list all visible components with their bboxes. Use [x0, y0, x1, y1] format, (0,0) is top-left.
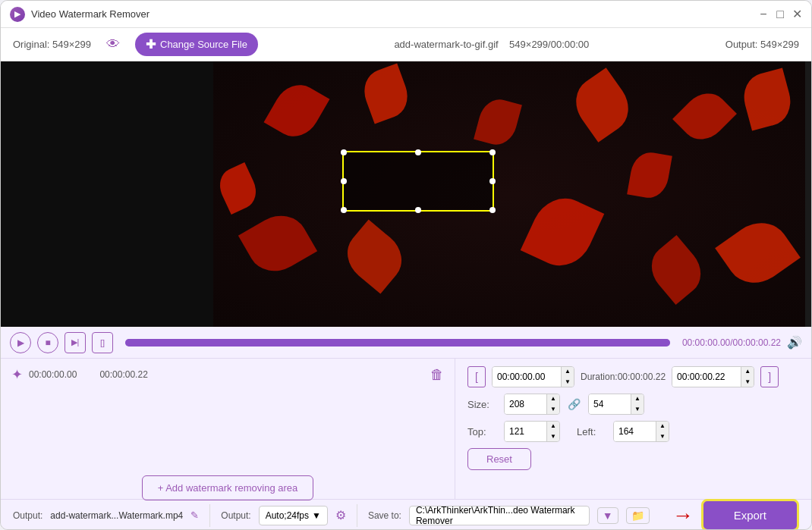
size-w-spinners: ▲ ▼ [546, 394, 559, 415]
dropdown-arrow: ▼ [312, 510, 321, 521]
reset-button[interactable]: Reset [467, 448, 531, 470]
play-button[interactable]: ▶ [10, 332, 31, 353]
end-time-up[interactable]: ▲ [741, 366, 754, 377]
output-format-value: Auto;24fps [266, 510, 309, 521]
output-dimensions: Output: 549×299 [725, 39, 799, 50]
output2-label: Output: [221, 510, 250, 521]
size-h-spinners: ▲ ▼ [631, 394, 644, 415]
timeline-row: ✦ 00:00:00.00 00:00:00.22 🗑 [11, 366, 444, 383]
separator-1 [209, 504, 210, 527]
bracket-close-button[interactable]: ] [760, 366, 779, 387]
file-dimensions-time: 549×299/00:00:00 [509, 39, 589, 50]
browse-folder-button[interactable]: 📁 [626, 507, 650, 524]
top-input[interactable] [505, 422, 546, 441]
delete-button[interactable]: 🗑 [430, 367, 444, 383]
change-source-label: Change Source File [160, 39, 247, 50]
size-w-input[interactable] [505, 394, 546, 414]
top-input-group: ▲ ▼ [504, 421, 560, 442]
size-w-up[interactable]: ▲ [547, 394, 559, 404]
gear-icon[interactable]: ⚙ [335, 508, 346, 522]
handle-top-left[interactable] [341, 149, 347, 155]
title-bar-left: ▶ Video Watermark Remover [10, 7, 149, 22]
add-watermark-label: + Add watermark removing area [158, 482, 298, 494]
size-h-down[interactable]: ▼ [631, 404, 644, 415]
add-watermark-button[interactable]: + Add watermark removing area [142, 475, 314, 500]
video-dark-left [1, 61, 213, 327]
handle-middle-left[interactable] [341, 178, 347, 184]
end-time-spinners: ▲ ▼ [741, 366, 754, 387]
saveto-label: Save to: [368, 510, 401, 521]
link-icon[interactable]: 🔗 [568, 398, 581, 410]
footer-bar: Output: add-watermark...Watermark.mp4 ✎ … [1, 499, 811, 530]
export-button[interactable]: Export [701, 499, 799, 530]
start-time-input[interactable] [493, 367, 561, 387]
app-icon: ▶ [10, 7, 25, 22]
top-bar: Original: 549×299 👁 ✚ Change Source File… [1, 28, 811, 61]
timeline-section: ✦ 00:00:00.00 00:00:00.22 🗑 + Add waterm… [1, 359, 455, 499]
add-watermark-area: + Add watermark removing area [11, 430, 444, 500]
left-spinners: ▲ ▼ [656, 421, 669, 442]
output-file-value: add-watermark...Watermark.mp4 [50, 510, 183, 521]
save-path-value: C:\ArkThinker\ArkThin...deo Watermark Re… [416, 505, 583, 526]
handle-top-middle[interactable] [415, 149, 421, 155]
top-up[interactable]: ▲ [547, 421, 559, 431]
minimize-button[interactable]: − [758, 9, 769, 20]
top-label: Top: [467, 426, 498, 437]
volume-icon[interactable]: 🔊 [787, 335, 802, 350]
handle-middle-right[interactable] [489, 178, 496, 184]
start-time-spinners: ▲ ▼ [561, 366, 574, 387]
progress-bar-container[interactable] [125, 339, 670, 347]
start-time-up[interactable]: ▲ [562, 366, 574, 377]
time-display: 00:00:00.00/00:00:00.22 [682, 337, 781, 348]
top-spinners: ▲ ▼ [546, 421, 559, 442]
handle-top-right[interactable] [489, 149, 496, 155]
left-down[interactable]: ▼ [656, 431, 669, 442]
left-label: Left: [577, 426, 607, 437]
progress-bar-fill [125, 339, 670, 347]
watermark-selection-box[interactable] [342, 151, 494, 212]
wand-icon: ✦ [11, 366, 23, 383]
handle-bottom-right[interactable] [489, 207, 496, 213]
left-input-group: ▲ ▼ [613, 421, 669, 442]
clip-button[interactable]: [] [92, 332, 113, 353]
time-range-row: [ ▲ ▼ Duration:00:00:00.22 ▲ ▼ ] [467, 366, 799, 387]
timeline-end: 00:00:00.22 [99, 369, 147, 380]
title-bar-controls: − □ ✕ [758, 9, 802, 20]
title-bar: ▶ Video Watermark Remover − □ ✕ [1, 1, 811, 28]
handle-bottom-left[interactable] [341, 207, 347, 213]
size-h-input[interactable] [589, 394, 631, 414]
video-area [1, 61, 811, 327]
end-time-input[interactable] [672, 367, 741, 387]
top-down[interactable]: ▼ [547, 431, 559, 442]
start-time-input-group: ▲ ▼ [492, 366, 574, 387]
folder-dropdown-button[interactable]: ▼ [597, 507, 618, 524]
size-label: Size: [467, 399, 498, 410]
position-row: Top: ▲ ▼ Left: ▲ ▼ [467, 421, 799, 442]
left-input[interactable] [614, 422, 656, 441]
maximize-button[interactable]: □ [775, 9, 785, 20]
output-format-dropdown[interactable]: Auto;24fps ▼ [259, 506, 328, 525]
size-h-up[interactable]: ▲ [631, 394, 644, 404]
eye-icon-button[interactable]: 👁 [106, 36, 120, 52]
duration-label: Duration:00:00:00.22 [581, 372, 666, 382]
step-forward-button[interactable]: ▶| [65, 332, 86, 353]
video-main [213, 61, 805, 327]
edit-icon[interactable]: ✎ [190, 510, 199, 521]
close-button[interactable]: ✕ [792, 9, 802, 20]
start-time-down[interactable]: ▼ [562, 377, 574, 387]
right-panel: [ ▲ ▼ Duration:00:00:00.22 ▲ ▼ ] Size: [455, 359, 811, 499]
reset-row: Reset [467, 448, 799, 470]
change-source-button[interactable]: ✚ Change Source File [135, 33, 258, 56]
separator-2 [357, 504, 357, 527]
handle-bottom-middle[interactable] [415, 207, 421, 213]
output-file-label: Output: [13, 510, 42, 521]
file-name: add-watermark-to-gif.gif [394, 39, 498, 50]
bracket-open-button[interactable]: [ [467, 366, 486, 387]
timeline-start: 00:00:00.00 [29, 369, 77, 380]
arrow-icon: → [672, 503, 694, 528]
size-w-down[interactable]: ▼ [547, 404, 559, 415]
left-up[interactable]: ▲ [656, 421, 669, 431]
stop-button[interactable]: ■ [37, 332, 58, 353]
end-time-down[interactable]: ▼ [741, 377, 754, 387]
timeline-times: 00:00:00.00 00:00:00.22 [29, 369, 424, 380]
